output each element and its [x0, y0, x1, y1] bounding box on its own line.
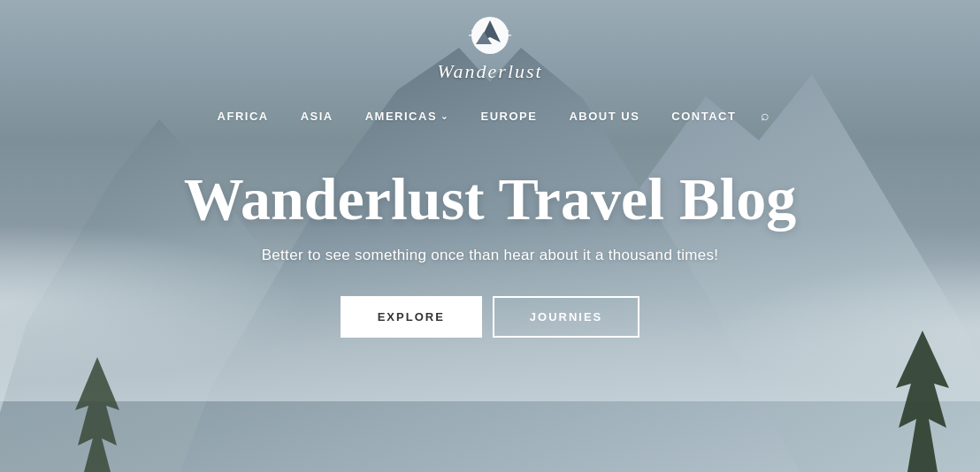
logo-icon	[464, 16, 516, 58]
search-icon[interactable]: ⌕	[752, 101, 778, 131]
journies-button[interactable]: JOURNIES	[493, 296, 639, 338]
hero-subtitle: Better to see something once than hear a…	[262, 247, 719, 264]
logo-text: Wanderlust	[437, 60, 542, 83]
hero-buttons: EXPLORE JOURNIES	[341, 296, 640, 338]
logo-area[interactable]: Wanderlust	[437, 16, 542, 83]
hero-content: Wanderlust Travel Blog Better to see som…	[184, 166, 797, 338]
tree-right	[892, 331, 953, 472]
header: Wanderlust AFRICA ASIA AMERICAS ⌄ EUROPE…	[0, 0, 980, 140]
explore-button[interactable]: EXPLORE	[341, 296, 482, 338]
tree-left	[71, 357, 124, 472]
nav-europe[interactable]: EUROPE	[465, 103, 554, 130]
main-nav: AFRICA ASIA AMERICAS ⌄ EUROPE ABOUT US C…	[202, 92, 779, 140]
svg-marker-0	[75, 357, 119, 472]
svg-marker-1	[896, 331, 949, 472]
nav-about-us[interactable]: ABOUT US	[553, 103, 655, 130]
chevron-down-icon: ⌄	[440, 111, 449, 121]
hero-title: Wanderlust Travel Blog	[184, 166, 797, 232]
nav-contact[interactable]: CONTACT	[655, 103, 752, 130]
nav-asia[interactable]: ASIA	[285, 103, 349, 130]
hero-section: Wanderlust AFRICA ASIA AMERICAS ⌄ EUROPE…	[0, 0, 980, 472]
nav-africa[interactable]: AFRICA	[202, 103, 285, 130]
nav-americas[interactable]: AMERICAS ⌄	[349, 103, 465, 130]
